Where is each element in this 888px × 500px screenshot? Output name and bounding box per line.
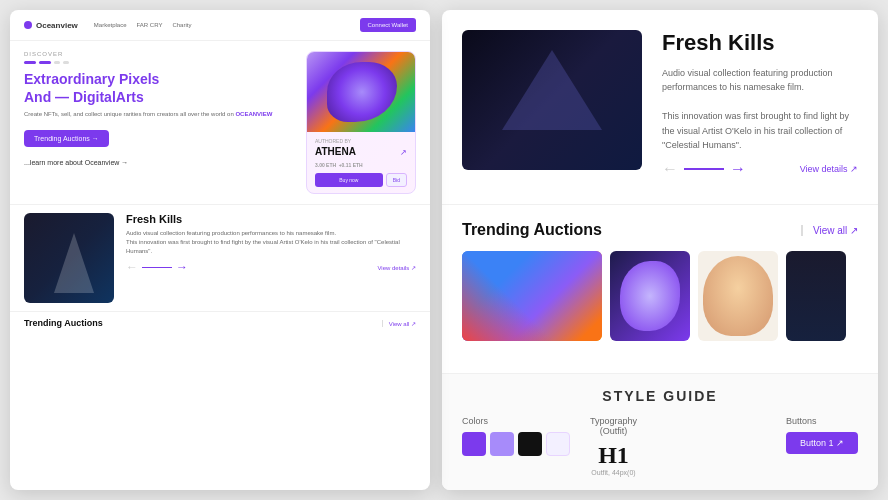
nav-links: Marketplace FAR CRY Charity xyxy=(94,22,352,28)
main-container: Oceanview Marketplace FAR CRY Charity Co… xyxy=(0,0,888,500)
nav-link-marketplace[interactable]: Marketplace xyxy=(94,22,127,28)
colors-label: Colors xyxy=(462,416,570,426)
typography-col: Typography (Outfit) H1 Outfit, 44px(0) xyxy=(590,416,637,476)
dot-3 xyxy=(54,61,60,64)
style-guide-cols: Colors Typography (Outfit) H1 Outfit, 44… xyxy=(462,416,858,476)
swatch-primary xyxy=(462,432,486,456)
right-panel: Fresh Kills Audio visual collection feat… xyxy=(442,10,878,490)
swatch-light xyxy=(490,432,514,456)
view-details-link[interactable]: View details ↗ xyxy=(377,264,416,271)
fresh-kills-section: Fresh Kills Audio visual collection feat… xyxy=(10,204,430,311)
nav-next-icon[interactable]: → xyxy=(176,260,188,274)
fresh-kills-content: Fresh Kills Audio visual collection feat… xyxy=(126,213,416,303)
discover-label: DISCOVER xyxy=(24,51,296,57)
swatch-dark xyxy=(518,432,542,456)
learn-more-link[interactable]: ...learn more about Oceanview → xyxy=(24,159,296,166)
nav-link-charity[interactable]: Charity xyxy=(172,22,191,28)
buttons-col: Buttons Button 1 ↗ xyxy=(786,416,858,476)
fresh-kills-nav: ← → View details ↗ xyxy=(126,260,416,274)
h1-example: H1 xyxy=(590,442,637,469)
hero-card-body: AUTHORED BY ATHENA ↗ 3.00 ETH +0.11 ETH … xyxy=(307,132,415,193)
style-guide-title: STYLE GUIDE xyxy=(462,388,858,404)
hero-nft-card: AUTHORED BY ATHENA ↗ 3.00 ETH +0.11 ETH … xyxy=(306,51,416,194)
right-fresh-kills: Fresh Kills Audio visual collection feat… xyxy=(442,10,878,205)
trending-header: Trending Auctions View all ↗ xyxy=(24,318,416,328)
nav-link-farcry[interactable]: FAR CRY xyxy=(137,22,163,28)
right-view-details-link[interactable]: View details ↗ xyxy=(800,164,858,174)
dot-4 xyxy=(63,61,69,64)
color-swatches xyxy=(462,432,570,456)
typography-label: Typography (Outfit) xyxy=(590,416,637,436)
hero-title: Extraordinary Pixels And — DigitalArts xyxy=(24,70,296,106)
right-nav-line xyxy=(684,168,724,170)
buttons-label: Buttons xyxy=(786,416,858,426)
card-price: 3.00 ETH +0.11 ETH xyxy=(315,159,407,169)
card-title: ATHENA xyxy=(315,146,356,157)
hero-card-image xyxy=(307,52,416,132)
buy-button[interactable]: Buy now xyxy=(315,173,383,187)
right-nav-prev-icon[interactable]: ← xyxy=(662,160,678,178)
swatch-tint xyxy=(546,432,570,456)
trending-image-3[interactable] xyxy=(698,251,778,341)
nav-bar: Oceanview Marketplace FAR CRY Charity Co… xyxy=(10,10,430,41)
right-fresh-nav: ← → View details ↗ xyxy=(662,160,858,178)
colors-col: Colors xyxy=(462,416,570,476)
right-fresh-kills-image xyxy=(462,30,642,170)
right-fresh-kills-content: Fresh Kills Audio visual collection feat… xyxy=(662,30,858,184)
trending-image-1[interactable] xyxy=(462,251,602,341)
right-nav-next-icon[interactable]: → xyxy=(730,160,746,178)
style-guide-section: STYLE GUIDE Colors Typography (Outfit xyxy=(442,373,878,490)
trending-images-row xyxy=(462,251,858,341)
view-all-link[interactable]: View all ↗ xyxy=(382,320,416,327)
right-fresh-kills-title: Fresh Kills xyxy=(662,30,858,56)
trending-image-4[interactable] xyxy=(786,251,846,341)
card-arrow-icon: ↗ xyxy=(400,148,407,157)
nav-prev-icon[interactable]: ← xyxy=(126,260,138,274)
hero-left: DISCOVER Extraordinary Pixels And — Digi… xyxy=(24,51,296,194)
left-panel: Oceanview Marketplace FAR CRY Charity Co… xyxy=(10,10,430,490)
card-authored-label: AUTHORED BY xyxy=(315,138,407,144)
trending-title: Trending Auctions xyxy=(24,318,103,328)
right-trending-header: Trending Auctions View all ↗ xyxy=(462,221,858,239)
fresh-kills-image xyxy=(24,213,114,303)
logo-text: Oceanview xyxy=(36,21,78,30)
trending-image-2[interactable] xyxy=(610,251,690,341)
card-actions: Buy now Bid xyxy=(315,173,407,187)
logo-icon xyxy=(24,21,32,29)
right-fresh-kills-desc: Audio visual collection featuring produc… xyxy=(662,66,858,152)
right-trending-title: Trending Auctions xyxy=(462,221,602,239)
hero-subtitle: Create NFTs, sell, and collect unique ra… xyxy=(24,110,296,119)
trending-auctions-button[interactable]: Trending Auctions → xyxy=(24,130,109,147)
nav-logo: Oceanview xyxy=(24,21,78,30)
h1-detail: Outfit, 44px(0) xyxy=(590,469,637,476)
fresh-kills-desc: Audio visual collection featuring produc… xyxy=(126,229,416,256)
right-view-all-link[interactable]: View all ↗ xyxy=(801,225,858,236)
hero-title-line2: And — DigitalArts xyxy=(24,89,144,105)
trending-section: Trending Auctions View all ↗ xyxy=(10,311,430,340)
bid-button[interactable]: Bid xyxy=(386,173,407,187)
hero-title-line1: Extraordinary Pixels xyxy=(24,71,159,87)
nav-line xyxy=(142,267,172,268)
dot-1 xyxy=(24,61,36,64)
style-guide-button-1[interactable]: Button 1 ↗ xyxy=(786,432,858,454)
discover-dots xyxy=(24,61,296,64)
hero-card-container: AUTHORED BY ATHENA ↗ 3.00 ETH +0.11 ETH … xyxy=(306,51,416,194)
hero-section: DISCOVER Extraordinary Pixels And — Digi… xyxy=(10,41,430,204)
dot-2 xyxy=(39,61,51,64)
connect-wallet-button[interactable]: Connect Wallet xyxy=(360,18,416,32)
right-trending-section: Trending Auctions View all ↗ xyxy=(442,205,878,373)
fresh-kills-title: Fresh Kills xyxy=(126,213,416,225)
